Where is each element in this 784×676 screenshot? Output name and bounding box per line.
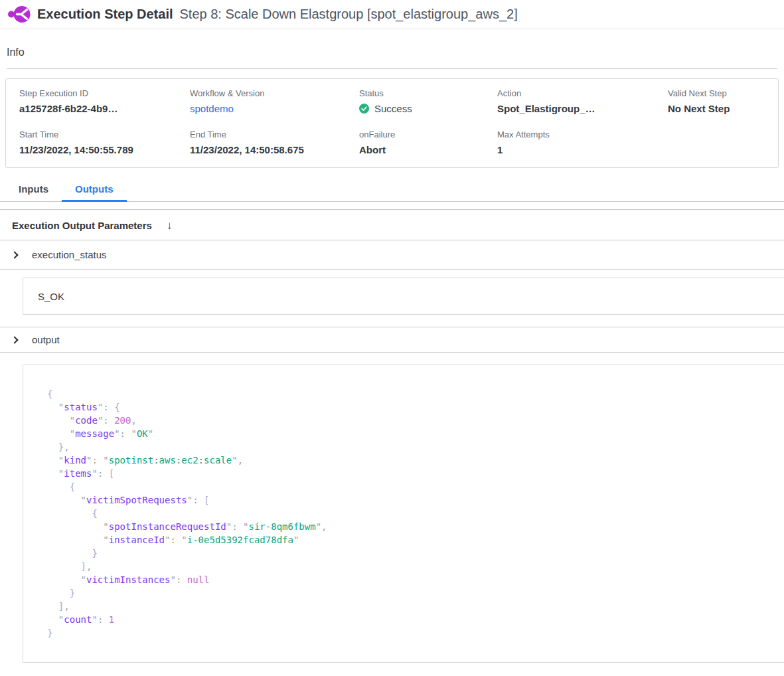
field-value: 11/23/2022, 14:50:55.789 [19,144,190,155]
field-value: Spot_Elastigroup_… [497,103,668,114]
field-value: Abort [359,144,497,155]
arrow-down-icon[interactable]: ↓ [167,220,173,231]
output-parameters-section-bar: Execution Output Parameters ↓ [0,209,784,240]
section-title: Execution Output Parameters [12,220,152,231]
param-name: execution_status [32,249,107,260]
param-row-output[interactable]: output [0,327,784,353]
field-workflow-version: Workflow & Version spotdemo [190,88,359,115]
field-value: a125728f-6b22-4b9… [19,103,190,114]
success-check-icon [359,104,369,114]
field-label: onFailure [359,129,497,139]
field-label: Max Attempts [497,129,668,139]
tab-outputs[interactable]: Outputs [62,177,127,202]
param-name: output [32,334,60,345]
field-status: Status Success [359,88,497,115]
chevron-right-icon[interactable] [11,336,18,343]
field-action: Action Spot_Elastigroup_… [497,88,668,115]
step-info-card: Step Execution ID a125728f-6b22-4b9… Wor… [5,78,779,168]
execution-status-value-panel: S_OK [23,278,784,315]
field-onfailure: onFailure Abort [359,129,497,155]
field-label: Step Execution ID [19,88,190,98]
field-step-execution-id: Step Execution ID a125728f-6b22-4b9… [19,88,190,115]
field-start-time: Start Time 11/23/2022, 14:50:55.789 [19,129,190,155]
output-json-code: { "status": { "code": 200, "message": "O… [47,387,771,639]
page-title: Execution Step Detail [37,7,173,22]
field-value: No Next Step [668,103,778,114]
field-value: 11/23/2022, 14:50:58.675 [190,144,359,155]
resolve-logo-icon [8,5,31,23]
inputs-outputs-tabs: Inputs Outputs [0,177,784,202]
field-label: Valid Next Step [668,88,778,98]
execution-status-value: S_OK [38,291,64,302]
output-json-panel: { "status": { "code": 200, "message": "O… [23,365,784,663]
field-value: 1 [497,144,668,155]
param-row-execution-status[interactable]: execution_status [0,240,784,270]
field-label: End Time [190,129,359,139]
workflow-link[interactable]: spotdemo [190,103,234,114]
status-badge: Success [374,103,412,114]
tab-inputs[interactable]: Inputs [5,177,62,202]
field-label: Action [497,88,668,98]
field-label: Start Time [19,129,190,139]
field-valid-next-step: Valid Next Step No Next Step [668,88,778,115]
app-header: Execution Step Detail Step 8: Scale Down… [0,0,784,29]
field-max-attempts: Max Attempts 1 [497,129,668,155]
field-label: Status [359,88,497,98]
field-end-time: End Time 11/23/2022, 14:50:58.675 [190,129,359,155]
page-subtitle: Step 8: Scale Down Elastgroup [spot_elas… [180,7,518,22]
field-label: Workflow & Version [190,88,359,98]
chevron-right-icon[interactable] [11,251,18,258]
info-section-heading: Info [7,29,777,69]
